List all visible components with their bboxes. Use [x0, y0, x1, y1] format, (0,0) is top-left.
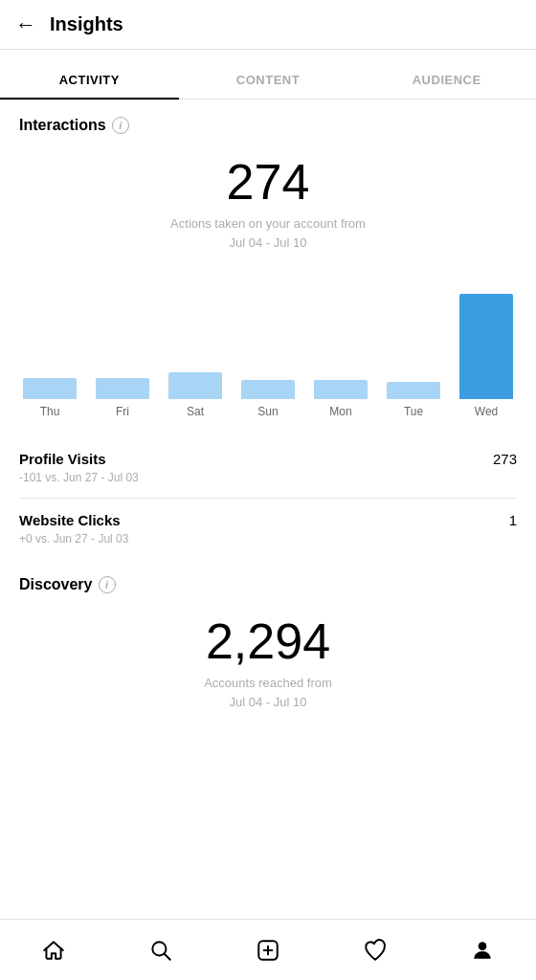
- tabs: ACTIVITY CONTENT AUDIENCE: [0, 59, 536, 100]
- bar-label-tue: Tue: [377, 405, 450, 418]
- bar-label-sun: Sun: [232, 405, 304, 418]
- bar-col-thu: [13, 378, 86, 399]
- bar-label-thu: Thu: [13, 405, 86, 418]
- nav-add[interactable]: [244, 929, 292, 971]
- search-icon: [148, 938, 173, 963]
- profile-icon: [470, 938, 495, 963]
- bar-col-tue: [377, 382, 450, 399]
- interactions-info-icon[interactable]: i: [112, 117, 129, 134]
- bar-label-wed: Wed: [450, 405, 523, 418]
- tab-activity[interactable]: ACTIVITY: [0, 59, 179, 99]
- bar-fri: [96, 378, 149, 399]
- bar-label-sat: Sat: [159, 405, 232, 418]
- bar-sun: [241, 380, 295, 399]
- tab-content[interactable]: CONTENT: [179, 59, 358, 99]
- stat-row-profile-visits: Profile Visits 273 -101 vs. Jun 27 - Jul…: [19, 437, 517, 499]
- bar-col-mon: [304, 380, 377, 399]
- bar-label-fri: Fri: [86, 405, 159, 418]
- interactions-big-number: 274 Actions taken on your account from J…: [19, 157, 517, 252]
- bar-tue: [387, 382, 440, 399]
- home-icon: [41, 938, 66, 963]
- bottom-nav: [0, 919, 536, 980]
- svg-line-1: [165, 953, 170, 959]
- bar-sat: [168, 372, 222, 399]
- nav-heart[interactable]: [351, 929, 399, 971]
- stats-section: Profile Visits 273 -101 vs. Jun 27 - Jul…: [0, 418, 536, 559]
- stat-row-website-clicks: Website Clicks 1 +0 vs. Jun 27 - Jul 03: [19, 499, 517, 559]
- interactions-section: Interactions i 274 Actions taken on your…: [0, 100, 536, 252]
- discovery-big-number: 2,294 Accounts reached from Jul 04 - Jul…: [19, 616, 517, 711]
- nav-profile[interactable]: [458, 929, 506, 971]
- bar-mon: [314, 380, 368, 399]
- back-button[interactable]: ←: [15, 14, 36, 35]
- page-title: Insights: [50, 13, 123, 35]
- bar-col-sun: [232, 380, 304, 399]
- bar-wed: [459, 294, 513, 399]
- interactions-title: Interactions i: [19, 117, 517, 134]
- nav-home[interactable]: [30, 929, 78, 971]
- bars-area: [10, 275, 526, 399]
- bar-label-mon: Mon: [304, 405, 377, 418]
- discovery-title: Discovery i: [19, 576, 517, 593]
- nav-search[interactable]: [137, 929, 185, 971]
- tab-audience[interactable]: AUDIENCE: [357, 59, 536, 99]
- svg-point-5: [479, 942, 487, 950]
- discovery-info-icon[interactable]: i: [99, 576, 116, 593]
- bar-col-wed: [450, 294, 523, 399]
- bar-col-fri: [86, 378, 159, 399]
- discovery-section: Discovery i 2,294 Accounts reached from …: [0, 559, 536, 711]
- bar-labels: ThuFriSatSunMonTueWed: [10, 405, 526, 418]
- add-icon: [256, 938, 280, 963]
- bar-thu: [23, 378, 77, 399]
- heart-icon: [363, 938, 388, 963]
- header: ← Insights: [0, 0, 536, 50]
- bar-chart: ThuFriSatSunMonTueWed: [10, 275, 526, 418]
- bar-col-sat: [159, 372, 232, 399]
